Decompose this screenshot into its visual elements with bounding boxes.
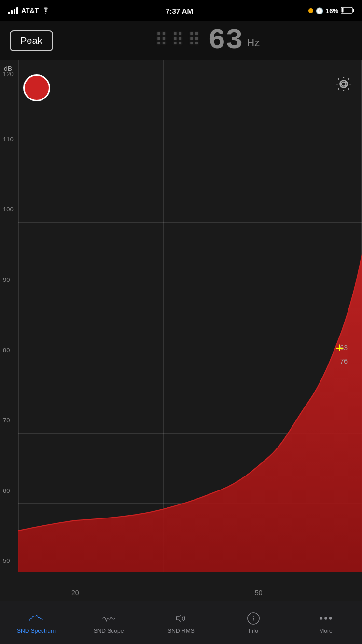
status-right: 🕐 16% (308, 7, 354, 15)
x-label-20: 20 (71, 589, 79, 597)
tab-snd-rms[interactable]: SND RMS (145, 601, 217, 644)
frequency-unit: Hz (247, 37, 260, 49)
y-label-100: 100 (3, 206, 14, 213)
svg-point-8 (324, 617, 327, 620)
snd-scope-icon (101, 611, 116, 626)
svg-point-9 (329, 617, 332, 620)
frequency-display: ⠿⠿⠿ 63 Hz (63, 26, 352, 55)
grid-h-50 (18, 574, 362, 574)
y-label-70: 70 (3, 417, 10, 424)
more-icon (318, 611, 334, 626)
snd-spectrum-icon (28, 611, 44, 626)
signal-icon (8, 7, 18, 14)
y-label-80: 80 (3, 347, 10, 354)
carrier-label: AT&T (21, 7, 39, 14)
tab-snd-scope[interactable]: SND Scope (72, 601, 145, 644)
y-label-60: 60 (3, 487, 10, 494)
wifi-icon (42, 7, 50, 15)
status-time: 7:37 AM (166, 7, 193, 15)
bottom-navigation: SND Spectrum SND Scope SND RMS i (0, 601, 362, 644)
tab-info[interactable]: i Info (217, 601, 290, 644)
crosshair-icon: + (335, 341, 344, 355)
y-label-50: 50 (3, 557, 10, 564)
crosshair-db-label: 76 (340, 357, 348, 365)
orange-dot-icon (308, 8, 313, 13)
tab-snd-spectrum-label: SND Spectrum (17, 628, 56, 634)
tab-snd-scope-label: SND Scope (94, 628, 124, 634)
chart-container: dB 120 110 100 90 80 70 60 50 (0, 60, 362, 601)
tab-snd-rms-label: SND RMS (167, 628, 194, 634)
tab-info-label: Info (249, 628, 258, 634)
x-label-50: 50 (255, 589, 263, 597)
svg-point-7 (320, 617, 323, 620)
info-icon: i (246, 611, 261, 626)
y-label-110: 110 (3, 136, 14, 143)
spectrum-chart[interactable] (18, 60, 362, 572)
status-bar: AT&T 7:37 AM 🕐 16% (0, 0, 362, 21)
tab-snd-spectrum[interactable]: SND Spectrum (0, 601, 72, 644)
y-label-90: 90 (3, 276, 10, 283)
digit-placeholders: ⠿⠿⠿ (155, 30, 204, 51)
svg-text:i: i (252, 615, 254, 622)
snd-rms-icon (173, 611, 189, 626)
chart-inner: dB 120 110 100 90 80 70 60 50 (0, 60, 362, 601)
header: Peak ⠿⠿⠿ 63 Hz (0, 21, 362, 60)
svg-rect-1 (353, 9, 354, 12)
alarm-icon: 🕐 (316, 7, 323, 14)
tab-more-label: More (319, 628, 332, 634)
battery-percent: 16% (326, 7, 338, 14)
battery-icon (341, 7, 354, 15)
status-left: AT&T (8, 7, 50, 15)
svg-rect-2 (341, 8, 343, 12)
tab-more[interactable]: More (290, 601, 362, 644)
y-label-120: 120 (3, 70, 14, 78)
peak-button[interactable]: Peak (10, 30, 53, 51)
frequency-value: 63 (208, 26, 243, 55)
